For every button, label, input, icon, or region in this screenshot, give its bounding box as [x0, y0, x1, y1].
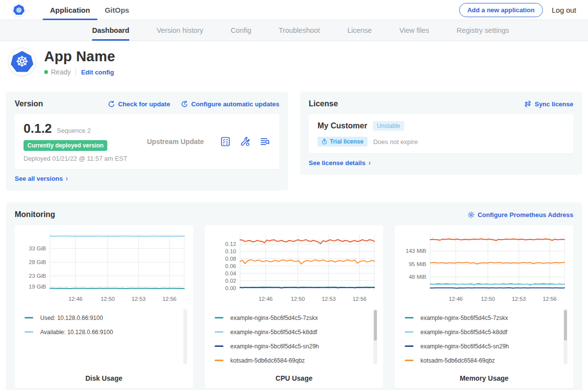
sync-license-link[interactable]: Sync license [524, 100, 573, 108]
page-title: App Name [44, 49, 115, 65]
svg-text:0.12: 0.12 [225, 241, 236, 247]
svg-text:0.10: 0.10 [225, 248, 236, 254]
topnav-tab-application[interactable]: Application [43, 0, 98, 20]
topnav-tab-gitops-label: GitOps [105, 6, 129, 14]
app-icon: ☸ [8, 48, 36, 76]
version-source-label: Upstream Update [147, 138, 220, 146]
memory-usage-chart: 143 MiB95 MiB48 MiB12:4612:5012:5312:56 [400, 230, 568, 308]
configure-prometheus-link[interactable]: Configure Prometheus Address [467, 211, 573, 219]
view-logs-icon[interactable] [259, 136, 270, 147]
legend-label: kotsadm-5db6dc6584-69qbz [420, 357, 495, 364]
legend-label: example-nginx-5bc6f5d4c5-7zskx [230, 315, 318, 321]
stopwatch-icon [321, 139, 327, 145]
disk-usage-chart: 33 GiB28 GiB23 GiB19 GiB12:4612:5012:531… [20, 230, 188, 308]
configure-automatic-updates-label: Configure automatic updates [191, 100, 279, 108]
tab-license[interactable]: License [347, 20, 372, 41]
memory-usage-legend: example-nginx-5bc6f5d4c5-7zskx example-n… [400, 308, 568, 367]
license-details-card: My Customer Unstable Trial license Does … [309, 114, 573, 153]
legend-swatch [405, 331, 414, 333]
app-subnav: Dashboard Version history Config Trouble… [0, 20, 588, 41]
legend-scrollbar-thumb[interactable] [564, 310, 567, 341]
svg-text:12:50: 12:50 [291, 296, 305, 302]
tab-view-files[interactable]: View files [399, 20, 429, 41]
legend-swatch [215, 317, 223, 318]
disk-usage-chart-card: 33 GiB28 GiB23 GiB19 GiB12:4612:5012:531… [15, 225, 193, 388]
configure-prometheus-label: Configure Prometheus Address [478, 211, 573, 219]
sequence-label: Sequence 2 [57, 127, 91, 134]
tab-registry-settings[interactable]: Registry settings [457, 20, 509, 41]
tab-dashboard-label: Dashboard [92, 26, 129, 34]
svg-text:0.02: 0.02 [225, 278, 236, 284]
version-number: 0.1.2 [24, 121, 52, 136]
svg-text:12:50: 12:50 [100, 296, 115, 302]
see-all-versions-link[interactable]: See all versions › [15, 175, 68, 182]
license-expiry: Does not expire [373, 138, 418, 146]
legend-scrollbar[interactable] [183, 309, 187, 365]
current-version-card: 0.1.2 Sequence 2 Currently deployed vers… [15, 114, 279, 169]
tab-troubleshoot[interactable]: Troubleshoot [279, 20, 320, 41]
add-application-button[interactable]: Add a new application [459, 3, 543, 17]
status-badge: Ready [51, 68, 71, 76]
legend-label: Available: 10.128.0.66:9100 [40, 329, 113, 336]
tab-license-label: License [347, 26, 372, 34]
tab-config-label: Config [231, 26, 251, 34]
tab-dashboard[interactable]: Dashboard [92, 20, 129, 41]
svg-text:12:53: 12:53 [321, 296, 336, 302]
tab-config[interactable]: Config [231, 20, 251, 41]
tab-version-history[interactable]: Version history [157, 20, 203, 41]
legend-label: example-nginx-5bc6f5d4c5-sn29h [420, 343, 509, 350]
configure-automatic-updates-link[interactable]: Configure automatic updates [181, 100, 279, 108]
tab-troubleshoot-label: Troubleshoot [279, 26, 320, 34]
legend-swatch [24, 317, 33, 318]
cpu-usage-legend: example-nginx-5bc6f5d4c5-7zskx example-n… [210, 308, 378, 367]
legend-item: Used: 10.128.0.66:9100 [24, 311, 186, 325]
sync-arrows-icon [524, 100, 532, 107]
edit-config-icon[interactable] [239, 136, 251, 147]
version-card: Version Check for update Configure autom… [6, 92, 288, 191]
legend-scrollbar[interactable] [564, 309, 567, 365]
legend-item: example-nginx-5bc6f5d4c5-7zskx [215, 311, 376, 325]
tab-registry-settings-label: Registry settings [457, 26, 509, 34]
gear-icon [467, 211, 475, 219]
legend-item: kotsadm-5db6dc6584-69qbz [215, 353, 376, 367]
topnav-tab-gitops[interactable]: GitOps [98, 0, 137, 20]
chart-title: Memory Usage [400, 374, 568, 382]
svg-text:0.04: 0.04 [225, 270, 237, 276]
svg-text:95 MiB: 95 MiB [409, 261, 426, 267]
preflight-checks-icon[interactable] [220, 136, 231, 147]
memory-usage-chart-card: 143 MiB95 MiB48 MiB12:4612:5012:5312:56 … [395, 225, 573, 388]
chart-title: CPU Usage [210, 374, 378, 382]
status-dot [44, 70, 48, 74]
logout-link[interactable]: Log out [552, 6, 576, 14]
legend-label: kotsadm-5db6dc6584-69qbz [230, 357, 305, 364]
legend-swatch [215, 345, 223, 347]
svg-text:12:56: 12:56 [542, 296, 557, 302]
auto-update-clock-icon [181, 100, 188, 108]
edit-config-link[interactable]: Edit config [81, 69, 114, 76]
see-license-details-link[interactable]: See license details › [309, 159, 370, 167]
license-card: License Sync license My Customer Unstabl… [300, 92, 582, 175]
svg-text:28 GiB: 28 GiB [29, 259, 46, 265]
license-card-title: License [309, 99, 338, 108]
svg-text:33 GiB: 33 GiB [29, 245, 46, 251]
topnav-tab-application-label: Application [50, 6, 90, 14]
svg-text:12:46: 12:46 [259, 296, 273, 302]
chevron-right-icon: › [368, 159, 370, 167]
channel-badge: Unstable [373, 121, 404, 131]
legend-item: example-nginx-5bc6f5d4c5-sn29h [215, 339, 376, 353]
see-license-details-label: See license details [309, 159, 366, 167]
kubernetes-logo[interactable]: ☸ [12, 3, 26, 17]
legend-swatch [405, 317, 414, 318]
svg-text:48 MiB: 48 MiB [409, 274, 426, 280]
topnav-tabs: Application GitOps [43, 0, 137, 20]
legend-scrollbar[interactable] [373, 309, 377, 365]
svg-text:12:46: 12:46 [69, 296, 83, 302]
legend-swatch [215, 360, 223, 361]
svg-text:0.06: 0.06 [225, 263, 236, 269]
check-for-update-link[interactable]: Check for update [108, 100, 170, 108]
svg-text:12:53: 12:53 [512, 296, 526, 302]
legend-scrollbar-thumb[interactable] [374, 310, 377, 341]
app-header: ☸ App Name Ready Edit config [0, 41, 588, 81]
check-for-update-label: Check for update [118, 100, 170, 108]
tab-view-files-label: View files [399, 26, 429, 34]
